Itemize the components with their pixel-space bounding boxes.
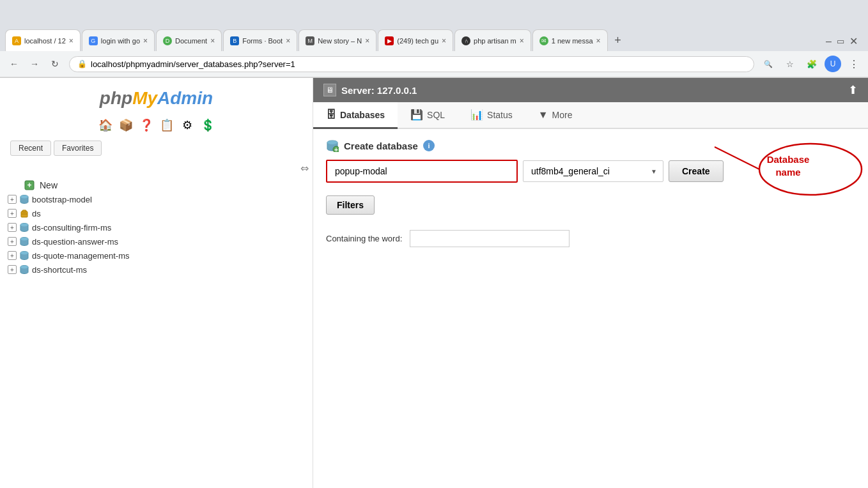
db-name-quote: ds-quote-management-ms — [32, 251, 129, 261]
settings-icon[interactable]: ⚙ — [180, 118, 195, 133]
tab-close-github[interactable]: × — [520, 36, 524, 45]
list-item-ds-shortcut[interactable]: + ds-shortcut-ms — [5, 263, 313, 277]
tab-close-login[interactable]: × — [143, 36, 148, 45]
restore-button[interactable]: ▭ — [837, 36, 844, 46]
logo-my: My — [132, 88, 157, 108]
expand-icon-consulting[interactable]: + — [8, 223, 17, 232]
tab-close-document[interactable]: × — [210, 36, 215, 45]
collation-select[interactable]: utf8mb4_general_ci utf8_general_ci latin… — [523, 160, 663, 182]
favorites-tab[interactable]: Favorites — [54, 141, 102, 156]
address-input[interactable] — [91, 59, 746, 69]
collapse-button[interactable]: ⬆ — [848, 83, 858, 97]
tab-youtube[interactable]: ▶ (249) tech gu × — [378, 29, 453, 51]
menu-button[interactable]: ⋮ — [845, 55, 863, 73]
reload-button[interactable]: ↻ — [46, 55, 64, 73]
extension-button[interactable]: 🧩 — [803, 55, 821, 73]
filter-word-input[interactable] — [410, 230, 570, 247]
home-icon[interactable]: 🏠 — [98, 118, 113, 133]
address-bar-row: ← → ↻ 🔒 🔍 ☆ 🧩 U ⋮ — [0, 51, 868, 77]
tab-close-youtube[interactable]: × — [442, 36, 446, 45]
create-db-header: + Create database i — [326, 139, 855, 152]
server-title: Server: 127.0.0.1 — [341, 85, 417, 96]
list-item-new[interactable]: + New — [5, 178, 313, 192]
server-icon: 🖥 — [323, 84, 336, 96]
list-item-ds[interactable]: + ds — [5, 206, 313, 220]
logo-admin: Admin — [157, 88, 213, 108]
nav-more-label: More — [552, 110, 573, 120]
recent-tab[interactable]: Recent — [10, 141, 51, 156]
ds-icon — [19, 208, 29, 218]
tab-story[interactable]: M New story – N × — [298, 29, 376, 51]
address-bar[interactable]: 🔒 — [69, 56, 754, 72]
expand-icon-shortcut[interactable]: + — [8, 265, 17, 274]
new-tab-button[interactable]: + — [609, 31, 627, 49]
svg-text:+: + — [334, 146, 338, 152]
tab-login[interactable]: G login with go × — [82, 29, 155, 51]
expand-icon-quote[interactable]: + — [8, 251, 17, 260]
help-icon[interactable]: ❓ — [139, 118, 154, 133]
tab-title-github: php artisan m — [474, 37, 516, 45]
svg-text:+: + — [27, 181, 31, 190]
resize-icon[interactable]: ⇔ — [300, 162, 309, 174]
nav-sql-label: SQL — [427, 110, 445, 120]
tab-favicon-messages: ✉ — [539, 36, 548, 45]
sidebar: phpMyAdmin 🏠 📦 ❓ 📋 ⚙ 💲 Recent Favorites … — [0, 78, 313, 488]
back-button[interactable]: ← — [5, 55, 23, 73]
pma-body: + Create database i utf8mb4_general_ci u… — [313, 129, 868, 265]
db-icon-consulting — [19, 222, 29, 233]
tab-close-story[interactable]: × — [365, 36, 369, 45]
tab-favicon-login: G — [89, 36, 98, 45]
console-icon[interactable]: 💲 — [200, 118, 215, 133]
close-button[interactable]: ✕ — [849, 35, 858, 47]
tab-document[interactable]: D Document × — [156, 29, 222, 51]
nav-status[interactable]: 📊 Status — [458, 102, 525, 129]
tab-forms[interactable]: B Forms · Boot × — [223, 29, 297, 51]
create-db-info-icon[interactable]: i — [423, 140, 435, 151]
minimize-button[interactable]: – — [826, 36, 832, 47]
zoom-button[interactable]: 🔍 — [759, 55, 777, 73]
profile-button[interactable]: U — [825, 56, 841, 72]
sidebar-tree: + New + bootstrap-model + ds + — [0, 176, 313, 488]
nav-sql[interactable]: 💾 SQL — [398, 102, 458, 129]
copy-icon[interactable]: 📋 — [159, 118, 174, 133]
tab-close-messages[interactable]: × — [596, 36, 601, 45]
list-item-ds-question[interactable]: + ds-question-answer-ms — [5, 234, 313, 248]
tab-favicon-document: D — [163, 36, 172, 45]
pma-logo: phpMyAdmin — [0, 78, 313, 115]
tab-title-story: New story – N — [318, 37, 362, 45]
db-icon-question — [19, 236, 29, 247]
list-item-bootstrap-model[interactable]: + bootstrap-model — [5, 192, 313, 206]
tab-favicon-localhost: A — [12, 36, 21, 45]
tab-bar: A localhost / 12 × G login with go × D D… — [0, 0, 868, 51]
tab-github[interactable]: ⑃ php artisan m × — [454, 29, 531, 51]
tab-localhost[interactable]: A localhost / 12 × — [5, 29, 81, 51]
svg-rect-5 — [22, 210, 26, 212]
nav-more[interactable]: ▼ More — [525, 102, 585, 129]
tab-favicon-story: M — [306, 36, 314, 45]
more-dropdown-icon: ▼ — [538, 109, 548, 121]
list-item-ds-consulting[interactable]: + ds-consulting-firm-ms — [5, 220, 313, 234]
expand-icon-ds[interactable]: + — [8, 209, 17, 218]
databases-icon: 🗄 — [326, 109, 336, 121]
db-name-shortcut: ds-shortcut-ms — [32, 265, 87, 275]
database-icon[interactable]: 📦 — [118, 118, 134, 133]
forward-button[interactable]: → — [26, 55, 43, 73]
tab-favicon-forms: B — [230, 36, 239, 45]
database-name-input[interactable] — [326, 160, 518, 183]
expand-icon[interactable]: + — [8, 195, 17, 204]
create-database-button[interactable]: Create — [669, 160, 724, 182]
sidebar-resize-handle: ⇔ — [0, 161, 313, 176]
tab-messages[interactable]: ✉ 1 new messa × — [532, 29, 608, 51]
create-database-section: + Create database i utf8mb4_general_ci u… — [326, 139, 855, 183]
collation-wrapper: utf8mb4_general_ci utf8_general_ci latin… — [523, 160, 663, 182]
tab-close-forms[interactable]: × — [286, 36, 290, 45]
db-tree: + New + bootstrap-model + ds + — [0, 178, 313, 277]
nav-databases[interactable]: 🗄 Databases — [313, 102, 398, 129]
tab-close-localhost[interactable]: × — [69, 36, 74, 45]
filters-toggle-button[interactable]: Filters — [326, 195, 375, 215]
expand-icon-question[interactable]: + — [8, 237, 17, 246]
bookmark-button[interactable]: ☆ — [781, 55, 799, 73]
filters-body: Containing the word: — [326, 222, 855, 255]
list-item-ds-quote[interactable]: + ds-quote-management-ms — [5, 248, 313, 263]
new-label: New — [40, 180, 58, 190]
